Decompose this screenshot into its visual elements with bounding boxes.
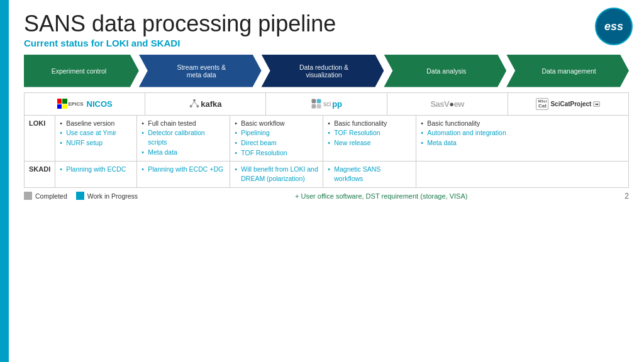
logo-sasview: SasV●ew — [387, 93, 508, 115]
skadi-cell-3: Will benefit from LOKI and DREAM (polari… — [230, 162, 323, 187]
accent-bar — [0, 0, 9, 362]
pipeline-step-2: Stream events &meta data — [139, 55, 262, 87]
main-table: LOKI Baseline version Use case at Ymir N… — [24, 115, 629, 188]
svg-rect-7 — [311, 104, 316, 109]
table-row-skadi: SKADI Planning with ECDC Planning with E… — [25, 162, 629, 187]
svg-rect-5 — [311, 99, 316, 104]
legend-wip: Work in Progress — [76, 192, 138, 200]
skadi-cell-2: Planning with ECDC +DG — [137, 162, 230, 187]
footer: Completed Work in Progress + User office… — [24, 192, 629, 200]
wip-icon — [76, 192, 84, 200]
page-number: 2 — [625, 192, 629, 200]
page-subtitle: Current status for LOKI and SKADI — [24, 38, 629, 48]
scipp-icon — [311, 98, 322, 109]
svg-point-2 — [197, 105, 199, 107]
ess-logo: ess — [595, 8, 633, 45]
content: ess SANS data processing pipeline Curren… — [9, 0, 644, 362]
slide: ess SANS data processing pipeline Curren… — [0, 0, 644, 362]
loki-cell-2: Full chain tested Detector calibration s… — [137, 115, 230, 162]
table-row-loki: LOKI Baseline version Use case at Ymir N… — [25, 115, 629, 162]
epics-icon — [57, 99, 67, 109]
loki-cell-4: Basic functionality TOF Resolution New r… — [323, 115, 416, 162]
logos-row: EPICS NICOS kafka — [24, 92, 629, 115]
pipeline-flow: Experiment control Stream events &meta d… — [24, 55, 629, 87]
svg-rect-6 — [317, 99, 321, 104]
skadi-label: SKADI — [25, 162, 55, 187]
svg-line-3 — [192, 102, 194, 105]
logo-kafka: kafka — [145, 93, 266, 115]
svg-line-4 — [194, 102, 197, 105]
logo-scipp: scipp — [266, 93, 387, 115]
skadi-cell-1: Planning with ECDC — [55, 162, 137, 187]
kafka-icon — [189, 99, 199, 109]
pipeline-step-1: Experiment control — [24, 55, 139, 87]
loki-cell-1: Baseline version Use case at Ymir NURF s… — [55, 115, 137, 162]
page-title: SANS data processing pipeline — [24, 11, 629, 36]
pipeline-step-4: Data analysis — [384, 55, 506, 87]
legend-completed: Completed — [24, 192, 67, 200]
legend: Completed Work in Progress — [24, 192, 138, 200]
loki-cell-3: Basic workflow Pipelining Direct beam TO… — [230, 115, 323, 162]
svg-point-0 — [193, 99, 196, 102]
logo-epics-nicos: EPICS NICOS — [25, 93, 145, 115]
loki-cell-5: Basic functionality Automation and integ… — [416, 115, 629, 162]
loki-label: LOKI — [25, 115, 55, 162]
svg-rect-8 — [317, 104, 321, 109]
svg-point-1 — [190, 105, 192, 107]
logo-scicat: MSci Cat SciCatProject ∞ — [508, 93, 628, 115]
skadi-cell-4: Magnetic SANS workflows — [323, 162, 416, 187]
skadi-cell-5 — [416, 162, 629, 187]
completed-icon — [24, 192, 32, 200]
pipeline-step-5: Data management — [506, 55, 629, 87]
pipeline-step-3: Data reduction &visualization — [262, 55, 384, 87]
footer-note: + User office software, DST requirement … — [295, 192, 467, 200]
